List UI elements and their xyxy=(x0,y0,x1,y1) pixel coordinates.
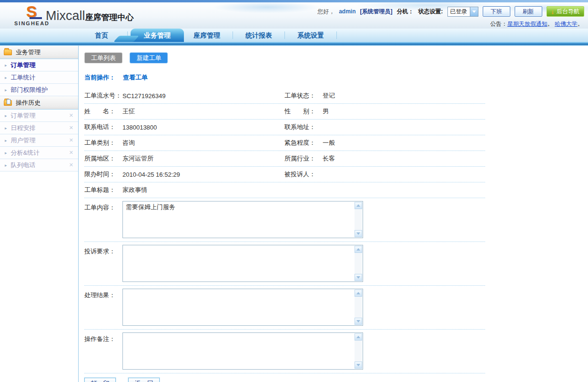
announcement-link-holiday[interactable]: 星期天放假通知 xyxy=(507,20,547,27)
field-label: 姓 名： xyxy=(84,107,122,116)
operation-remark-row: 操作备注： xyxy=(84,330,485,373)
phone-value: 1380013800 xyxy=(122,124,284,131)
history-item-order-mgmt[interactable]: ▸ 订单管理 ✕ xyxy=(0,110,78,122)
sidebar: 业务管理 ▸ 订单管理 ▸ 工单统计 ▸ 部门权限维护 操作历史 ▸ 订单管理 … xyxy=(0,46,79,382)
nav-divider-strip xyxy=(0,42,588,46)
down-arrow-icon: ↓ xyxy=(551,8,555,15)
history-item-analysis-stats[interactable]: ▸ 分析&统计 ✕ xyxy=(0,147,78,159)
bullet-icon: ▸ xyxy=(5,75,7,80)
close-icon[interactable]: ✕ xyxy=(69,137,73,143)
new-ticket-button[interactable]: 新建工单 xyxy=(130,52,168,63)
announcement-link-harvard[interactable]: 哈佛大学 xyxy=(555,20,578,27)
field-label: 性 别： xyxy=(284,107,323,116)
field-label: 紧急程度： xyxy=(284,139,323,147)
form-row-name-gender: 姓 名： 王怔 性 别： 男 xyxy=(84,104,485,120)
bullet-icon: ▸ xyxy=(5,63,7,68)
brand-logo: S SINGHEAD xyxy=(14,3,48,26)
chevron-down-icon[interactable] xyxy=(470,7,478,16)
tab-seat-mgmt[interactable]: 座席管理 xyxy=(184,29,230,42)
scroll-down-icon[interactable] xyxy=(355,274,362,281)
scroll-up-icon[interactable] xyxy=(355,202,362,209)
gender-value: 男 xyxy=(323,107,485,116)
ticket-content-textarea[interactable]: 需要保姆上门服务 xyxy=(122,201,363,238)
tab-stats-report[interactable]: 统计报表 xyxy=(236,29,282,42)
scroll-up-icon[interactable] xyxy=(355,246,362,253)
user-status-bar: 您好， admin [系统管理员] 分机： 状态设置: 已登录 下班 刷新 ↓ … xyxy=(317,6,584,17)
form-row-serial-status: 工单流水号： SC1271926349 工单状态： 登记 xyxy=(84,88,485,104)
back-button[interactable]: 返 回 xyxy=(128,378,160,382)
region-value: 东河运管所 xyxy=(122,154,284,163)
current-operation: 当前操作：查看工单 xyxy=(84,73,588,82)
field-label: 工单类别： xyxy=(84,139,122,147)
backstage-nav-button[interactable]: ↓ 后台导航 xyxy=(547,6,585,17)
form-row-category-urgency: 工单类别： 咨询 紧急程度： 一般 xyxy=(84,135,485,151)
main-content: 工单列表 新建工单 当前操作：查看工单 工单流水号： SC1271926349 … xyxy=(79,46,588,382)
scrollbar[interactable] xyxy=(355,333,362,369)
field-label: 工单标题： xyxy=(84,186,122,194)
announcement-label: 公告： xyxy=(490,20,507,27)
form-row-region-industry: 所属地区： 东河运管所 所属行业： 长客 xyxy=(84,151,485,167)
deadline-value: 2010-04-25 16:52:29 xyxy=(122,171,284,178)
off-duty-button[interactable]: 下班 xyxy=(483,6,510,17)
scroll-down-icon[interactable] xyxy=(355,230,362,237)
industry-value: 长客 xyxy=(323,154,485,163)
folder-icon xyxy=(4,50,12,55)
extension-label: 分机： xyxy=(397,8,414,16)
tab-business-mgmt[interactable]: 业务管理 xyxy=(131,29,184,42)
handle-result-row: 处理结果： xyxy=(84,286,485,330)
field-label: 工单状态： xyxy=(284,91,323,100)
close-icon[interactable]: ✕ xyxy=(69,112,73,119)
sidebar-section-history[interactable]: 操作历史 xyxy=(0,96,78,110)
history-item-user-mgmt[interactable]: ▸ 用户管理 ✕ xyxy=(0,134,78,147)
field-label: 联系电话： xyxy=(84,123,122,131)
field-label: 工单流水号： xyxy=(84,91,122,100)
urgency-value: 一般 xyxy=(323,139,485,147)
status-select-value: 已登录 xyxy=(448,8,470,16)
bullet-icon: ▸ xyxy=(5,163,7,168)
status-select[interactable]: 已登录 xyxy=(447,7,478,17)
sidebar-item-dept-permission[interactable]: ▸ 部门权限维护 xyxy=(0,84,78,96)
scroll-up-icon[interactable] xyxy=(355,290,362,297)
sidebar-item-order-mgmt[interactable]: ▸ 订单管理 xyxy=(0,59,78,71)
singhead-logo-icon: S xyxy=(20,3,42,20)
handle-result-textarea[interactable] xyxy=(122,289,363,326)
print-button[interactable]: 打 印 xyxy=(84,378,116,382)
form-row-title: 工单标题： 家政事情 xyxy=(84,182,485,198)
scroll-up-icon[interactable] xyxy=(355,333,362,341)
scrollbar[interactable] xyxy=(355,246,362,281)
bullet-icon: ▸ xyxy=(5,126,7,131)
customer-name-value: 王怔 xyxy=(122,107,284,116)
scroll-down-icon[interactable] xyxy=(355,362,362,369)
operation-remark-textarea[interactable] xyxy=(122,332,363,370)
close-icon[interactable]: ✕ xyxy=(69,162,73,168)
tab-system-settings[interactable]: 系统设置 xyxy=(288,29,334,42)
bullet-icon: ▸ xyxy=(5,151,7,155)
field-label: 限办时间： xyxy=(84,170,122,179)
status-setting-label: 状态设置: xyxy=(418,8,443,16)
scroll-down-icon[interactable] xyxy=(355,318,362,325)
close-icon[interactable]: ✕ xyxy=(69,150,73,156)
history-item-schedule[interactable]: ▸ 日程安排 ✕ xyxy=(0,122,78,134)
sidebar-section-business[interactable]: 业务管理 xyxy=(0,46,78,59)
field-label: 操作备注： xyxy=(84,332,122,370)
field-label: 工单内容： xyxy=(84,201,122,238)
scrollbar[interactable] xyxy=(355,290,362,325)
close-icon[interactable]: ✕ xyxy=(69,125,73,131)
complaint-request-textarea[interactable] xyxy=(122,245,363,282)
current-operation-value: 查看工单 xyxy=(123,74,148,81)
bullet-icon: ▸ xyxy=(5,138,7,143)
ticket-list-button[interactable]: 工单列表 xyxy=(84,52,122,63)
complaint-request-row: 投诉要求： xyxy=(84,242,485,286)
refresh-button[interactable]: 刷新 xyxy=(515,6,542,17)
ticket-title-value: 家政事情 xyxy=(122,186,485,194)
sidebar-item-ticket-stats[interactable]: ▸ 工单统计 xyxy=(0,71,78,84)
title-main: Mixcall xyxy=(46,9,85,23)
scrollbar[interactable] xyxy=(355,202,362,237)
page-title: Mixcall座席管理中心 xyxy=(46,9,134,23)
field-label: 处理结果： xyxy=(84,289,122,326)
ticket-status-value: 登记 xyxy=(323,91,485,100)
bullet-icon: ▸ xyxy=(5,88,7,92)
field-label: 所属地区： xyxy=(84,154,122,163)
toolbar: 工单列表 新建工单 xyxy=(84,52,588,63)
history-item-queue-calls[interactable]: ▸ 队列电话 ✕ xyxy=(0,159,78,171)
